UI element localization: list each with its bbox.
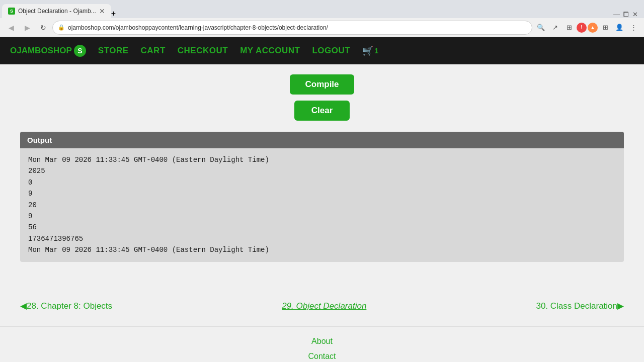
rss-button[interactable]: ⊞	[562, 21, 576, 34]
address-bar[interactable]: 🔒 ojamboshop.com/ojamboshoppaycontent/le…	[52, 21, 532, 35]
chapter-nav: ◀28. Chapter 8: Objects 29. Object Decla…	[0, 291, 644, 321]
current-chapter: 29. Object Declaration	[282, 301, 366, 311]
cart-icon[interactable]: 🛒1	[362, 45, 378, 56]
browser-toolbar: ◀ ▶ ↻ 🔒 ojamboshop.com/ojamboshoppaycont…	[0, 18, 644, 37]
output-line: 9	[28, 211, 616, 222]
tab-favicon: S	[8, 8, 15, 15]
toolbar-icons: 🔍 ↗ ⊞ ! ▲ ⊞ 👤 ⋮	[534, 21, 640, 34]
refresh-button[interactable]: ↻	[36, 21, 50, 35]
nav-checkout[interactable]: CHECKOUT	[178, 46, 228, 56]
tab-bar: S Object Declaration - Ojamb... ✕ + — ⧠ …	[0, 0, 644, 18]
footer: About Contact Privacy Policy	[0, 326, 644, 362]
nav-my-account[interactable]: MY ACCOUNT	[240, 46, 300, 56]
next-chapter-link[interactable]: 30. Class Declaration▶	[536, 301, 624, 311]
back-button[interactable]: ◀	[4, 21, 18, 35]
output-line: 1736471396765	[28, 233, 616, 244]
output-line: 20	[28, 200, 616, 211]
extensions-button[interactable]: ⊞	[599, 21, 612, 34]
output-line: 9	[28, 188, 616, 199]
site-logo: OJAMBOSHOP S	[10, 45, 86, 57]
nav-cart[interactable]: CART	[141, 46, 166, 56]
output-header: Output	[20, 132, 624, 148]
output-line: Mon Mar 09 2026 11:33:45 GMT-0400 (Easte…	[28, 154, 616, 165]
logo-text: OJAMBOSHOP	[10, 46, 72, 56]
output-line: 0	[28, 177, 616, 188]
browser-tab[interactable]: S Object Declaration - Ojamb... ✕	[2, 4, 111, 18]
button-area: Compile Clear	[20, 74, 624, 127]
nav-logout[interactable]: LOGOUT	[312, 46, 350, 56]
footer-contact[interactable]: Contact	[308, 352, 336, 361]
main-content: Compile Clear Output Mon Mar 09 2026 11:…	[0, 64, 644, 291]
clear-button[interactable]: Clear	[294, 101, 350, 121]
compile-button[interactable]: Compile	[290, 74, 354, 95]
menu-button[interactable]: ⋮	[627, 21, 640, 34]
output-body: Mon Mar 09 2026 11:33:45 GMT-0400 (Easte…	[20, 148, 624, 262]
search-button[interactable]: 🔍	[534, 21, 547, 34]
site-nav: OJAMBOSHOP S STORE CART CHECKOUT MY ACCO…	[0, 37, 644, 64]
cart-count: 1	[374, 47, 378, 55]
output-line: 2025	[28, 165, 616, 176]
prev-chapter-link[interactable]: ◀28. Chapter 8: Objects	[20, 301, 112, 311]
new-tab-button[interactable]: +	[111, 9, 116, 18]
forward-button[interactable]: ▶	[20, 21, 34, 35]
url-text: ojamboshop.com/ojamboshoppaycontent/lear…	[68, 24, 328, 31]
footer-about[interactable]: About	[311, 337, 333, 346]
maximize-button[interactable]: ⧠	[623, 11, 629, 18]
close-window-button[interactable]: ✕	[632, 11, 638, 18]
nav-store[interactable]: STORE	[98, 46, 129, 56]
logo-s-icon: S	[74, 45, 86, 57]
output-box: Output Mon Mar 09 2026 11:33:45 GMT-0400…	[20, 132, 624, 262]
lock-icon: 🔒	[58, 24, 65, 31]
browser-chrome: S Object Declaration - Ojamb... ✕ + — ⧠ …	[0, 0, 644, 37]
tab-title: Object Declaration - Ojamb...	[18, 8, 96, 15]
extension-orange-icon[interactable]: ▲	[588, 23, 598, 33]
output-line: 56	[28, 222, 616, 233]
profile-button[interactable]: 👤	[613, 21, 626, 34]
minimize-button[interactable]: —	[613, 11, 620, 18]
tab-close-button[interactable]: ✕	[99, 7, 105, 15]
extension-red-icon[interactable]: !	[577, 23, 587, 33]
share-button[interactable]: ↗	[548, 21, 561, 34]
output-line: Mon Mar 09 2026 11:33:45 GMT-0400 (Easte…	[28, 244, 616, 255]
